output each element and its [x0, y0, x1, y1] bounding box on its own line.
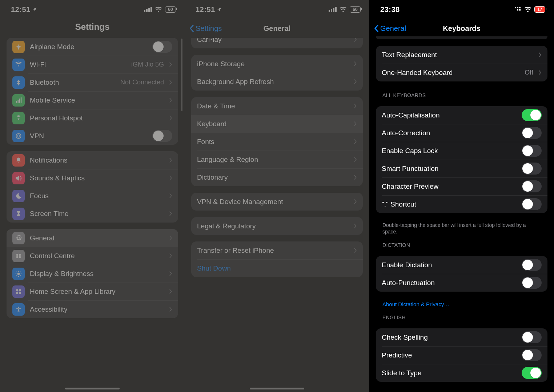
settings-row[interactable]: Notifications: [7, 151, 178, 169]
toggle-switch[interactable]: [152, 41, 172, 53]
row-label: Bluetooth: [30, 79, 120, 87]
cellular-signal-icon: [144, 7, 152, 12]
screen-settings: 12:51 60 Settings Airplane ModeWi-FiiGM …: [0, 0, 185, 392]
cellular-signal-icon: [329, 7, 337, 12]
settings-row[interactable]: Airplane Mode: [7, 38, 178, 56]
row-label: Check Spelling: [382, 333, 522, 341]
settings-row[interactable]: Language & Region: [191, 151, 363, 168]
settings-row[interactable]: Predictive: [376, 346, 547, 364]
settings-row[interactable]: "." Shortcut: [376, 195, 547, 213]
settings-group: Legal & Regulatory: [191, 217, 363, 235]
settings-row[interactable]: Auto-Punctuation: [376, 274, 547, 292]
toggle-switch[interactable]: [522, 331, 542, 343]
settings-row[interactable]: Fonts: [191, 133, 363, 151]
settings-row[interactable]: Screen Time: [7, 205, 178, 223]
grid-icon: [515, 7, 521, 12]
toggle-switch[interactable]: [522, 180, 542, 192]
settings-row[interactable]: Enable Dictation: [376, 256, 547, 274]
settings-row[interactable]: Check Spelling: [376, 328, 547, 346]
back-label: General: [380, 24, 406, 33]
settings-row[interactable]: Auto-Capitalisation: [376, 106, 547, 124]
settings-row[interactable]: Sounds & Haptics: [7, 169, 178, 187]
row-label: Slide to Type: [382, 369, 522, 377]
svg-rect-12: [517, 7, 518, 8]
settings-row[interactable]: One-Handed KeyboardOff: [376, 64, 547, 81]
section-header: ALL KEYBOARDS: [376, 88, 547, 100]
svg-point-10: [18, 307, 19, 308]
settings-row[interactable]: Personal Hotspot: [7, 109, 178, 127]
settings-row[interactable]: Display & Brightness: [7, 265, 178, 283]
settings-row[interactable]: Dictionary: [191, 168, 363, 186]
section-header: DICTATION: [376, 238, 547, 249]
toggle-switch[interactable]: [522, 145, 542, 157]
settings-row[interactable]: Enable Caps Lock: [376, 142, 547, 160]
settings-row[interactable]: VPN & Device Management: [191, 193, 363, 211]
back-button[interactable]: General: [374, 24, 406, 33]
settings-row[interactable]: CarPlay: [191, 38, 363, 48]
toggle-switch[interactable]: [152, 130, 172, 142]
row-label: Smart Punctuation: [382, 165, 522, 173]
row-label: Background App Refresh: [197, 78, 352, 86]
content-scroll[interactable]: Text ReplacementOne-Handed KeyboardOffAL…: [369, 36, 554, 392]
row-label: iPhone Storage: [197, 60, 352, 68]
content-scroll[interactable]: CarPlayiPhone StorageBackground App Refr…: [185, 38, 369, 392]
toggle-switch[interactable]: [522, 259, 542, 271]
accessibility-icon: [12, 303, 25, 316]
settings-row[interactable]: iPhone Storage: [191, 55, 363, 73]
settings-row[interactable]: Keyboard: [191, 115, 363, 133]
settings-row[interactable]: Legal & Regulatory: [191, 217, 363, 235]
section-link[interactable]: About Dictation & Privacy…: [376, 298, 547, 308]
content-scroll[interactable]: Airplane ModeWi-FiiGM Jio 5GBluetoothNot…: [0, 36, 185, 392]
toggle-switch[interactable]: [522, 277, 542, 289]
row-label: Fonts: [197, 138, 352, 146]
settings-row[interactable]: Transfer or Reset iPhone: [191, 241, 363, 259]
settings-row[interactable]: Auto-Correction: [376, 124, 547, 142]
moon-icon: [12, 190, 25, 202]
toggle-switch[interactable]: [522, 349, 542, 361]
settings-row[interactable]: Accessibility: [7, 300, 178, 318]
settings-group: iPhone StorageBackground App Refresh: [191, 55, 363, 91]
settings-row[interactable]: Control Centre: [7, 247, 178, 265]
row-label: Enable Caps Lock: [382, 147, 522, 155]
wifi-icon: [12, 59, 25, 71]
settings-row[interactable]: VPN: [7, 127, 178, 145]
toggle-switch[interactable]: [522, 109, 542, 121]
location-icon: [32, 7, 37, 12]
sound-icon: [12, 172, 25, 184]
wifi-status-icon: [524, 7, 531, 12]
settings-row[interactable]: Wi-FiiGM Jio 5G: [7, 56, 178, 73]
toggle-switch[interactable]: [522, 163, 542, 175]
toggle-switch[interactable]: [522, 198, 542, 210]
toggle-switch[interactable]: [522, 127, 542, 139]
settings-row[interactable]: Mobile Service: [7, 91, 178, 109]
row-label: One-Handed Keyboard: [382, 69, 525, 77]
settings-row[interactable]: Background App Refresh: [191, 73, 363, 91]
home-indicator[interactable]: [65, 388, 120, 389]
settings-row[interactable]: Slide to Type: [376, 364, 547, 382]
row-label: Enable Dictation: [382, 261, 522, 269]
row-label: Control Centre: [30, 252, 167, 260]
settings-row[interactable]: BluetoothNot Connected: [7, 73, 178, 91]
home-icon: [12, 285, 25, 298]
row-label: Auto-Correction: [382, 129, 522, 137]
row-label: Auto-Capitalisation: [382, 111, 522, 119]
settings-row[interactable]: Date & Time: [191, 97, 363, 115]
settings-row[interactable]: Smart Punctuation: [376, 160, 547, 177]
settings-row[interactable]: Character Preview: [376, 177, 547, 195]
row-label: VPN: [30, 132, 152, 140]
settings-group: GeneralControl CentreDisplay & Brightnes…: [7, 229, 178, 318]
settings-row[interactable]: Focus: [7, 187, 178, 205]
toggle-switch[interactable]: [522, 367, 542, 379]
brightness-icon: [12, 268, 25, 280]
settings-group: Airplane ModeWi-FiiGM Jio 5GBluetoothNot…: [7, 38, 178, 145]
settings-row[interactable]: Home Screen & App Library: [7, 283, 178, 300]
settings-group: Enable DictationAuto-Punctuation: [376, 256, 547, 292]
home-indicator[interactable]: [250, 388, 304, 389]
settings-row[interactable]: Shut Down: [191, 259, 363, 277]
back-button[interactable]: Settings: [189, 24, 222, 33]
settings-row[interactable]: Text Replacement: [376, 46, 547, 64]
settings-row[interactable]: General: [7, 229, 178, 247]
settings-group: Check SpellingPredictiveSlide to Type: [376, 328, 547, 382]
battery-indicator: 60: [165, 6, 176, 13]
row-label: Language & Region: [197, 156, 352, 164]
